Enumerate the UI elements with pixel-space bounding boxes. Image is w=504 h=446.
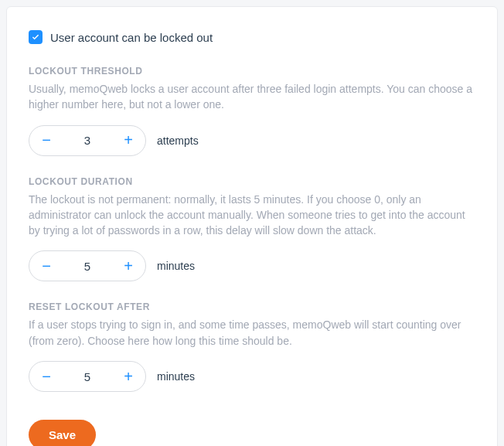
plus-icon: + xyxy=(124,257,133,275)
plus-icon: + xyxy=(124,131,133,149)
lockout-settings-card: User account can be locked out LOCKOUT T… xyxy=(6,6,498,446)
threshold-increment-button[interactable]: + xyxy=(111,126,145,155)
reset-stepper-row: − 5 + minutes xyxy=(29,361,475,392)
duration-decrement-button[interactable]: − xyxy=(29,251,63,281)
duration-stepper: − 5 + xyxy=(29,250,146,281)
lockout-enabled-checkbox[interactable] xyxy=(29,30,43,44)
reset-lockout-desc: If a user stops trying to sign in, and s… xyxy=(29,317,475,349)
duration-increment-button[interactable]: + xyxy=(111,251,145,281)
threshold-stepper-row: − 3 + attempts xyxy=(29,125,475,156)
lockout-threshold-desc: Usually, memoQweb locks a user account a… xyxy=(29,81,475,113)
threshold-value: 3 xyxy=(63,134,111,147)
reset-lockout-heading: RESET LOCKOUT AFTER xyxy=(29,301,475,312)
duration-unit: minutes xyxy=(157,260,195,272)
lockout-threshold-heading: LOCKOUT THRESHOLD xyxy=(29,66,475,77)
reset-increment-button[interactable]: + xyxy=(111,362,145,391)
minus-icon: − xyxy=(42,257,51,275)
lockout-toggle-row: User account can be locked out xyxy=(29,30,475,44)
minus-icon: − xyxy=(42,131,51,149)
reset-value: 5 xyxy=(63,370,111,383)
threshold-unit: attempts xyxy=(157,134,199,147)
check-icon xyxy=(31,32,40,42)
reset-decrement-button[interactable]: − xyxy=(29,362,63,391)
threshold-stepper: − 3 + xyxy=(29,125,146,156)
save-button[interactable]: Save xyxy=(29,420,96,446)
minus-icon: − xyxy=(42,368,51,386)
lockout-enabled-label: User account can be locked out xyxy=(50,31,213,44)
plus-icon: + xyxy=(124,368,133,386)
reset-lockout-section: RESET LOCKOUT AFTER If a user stops tryi… xyxy=(29,301,475,392)
lockout-threshold-section: LOCKOUT THRESHOLD Usually, memoQweb lock… xyxy=(29,66,475,156)
lockout-duration-desc: The lockout is not permanent: normally, … xyxy=(29,192,475,239)
threshold-decrement-button[interactable]: − xyxy=(29,126,63,155)
reset-unit: minutes xyxy=(157,370,195,383)
reset-stepper: − 5 + xyxy=(29,361,146,392)
lockout-duration-section: LOCKOUT DURATION The lockout is not perm… xyxy=(29,176,475,282)
duration-stepper-row: − 5 + minutes xyxy=(29,250,475,281)
duration-value: 5 xyxy=(63,260,111,273)
lockout-duration-heading: LOCKOUT DURATION xyxy=(29,176,475,187)
